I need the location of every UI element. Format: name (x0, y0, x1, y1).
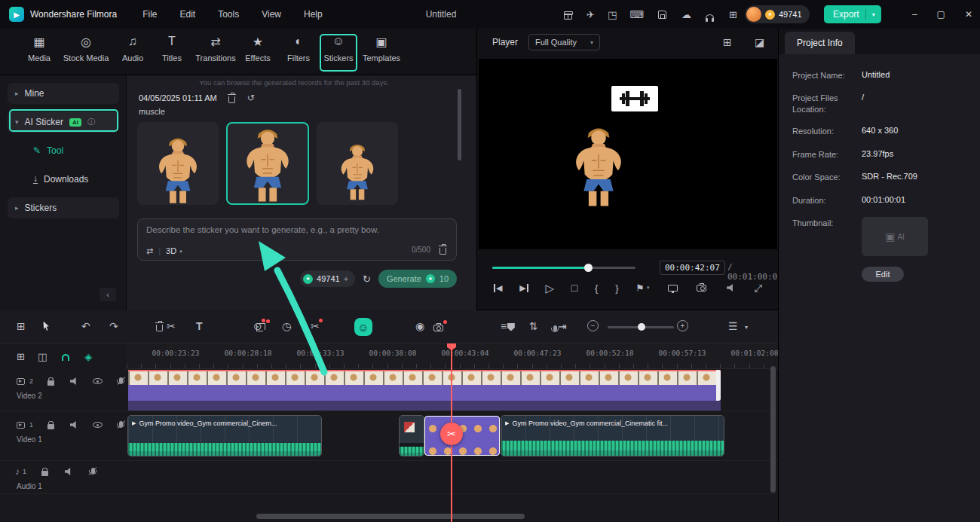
record-icon[interactable]: ◉ (415, 320, 424, 332)
play-button[interactable]: ▷ (545, 282, 554, 294)
export-button[interactable]: Export ▾ (824, 5, 881, 23)
video-clip-2[interactable] (400, 416, 424, 456)
marker-button[interactable]: ⚑ ▾ (635, 283, 649, 293)
account-coin-pill[interactable]: ★ 49741 (745, 5, 810, 23)
support-headset-icon[interactable] (704, 8, 716, 20)
tab-stock-media[interactable]: ◎Stock Media (63, 35, 109, 63)
mic-muted-icon[interactable] (115, 419, 127, 431)
audio-mixer-icon[interactable]: ≡ (501, 320, 507, 332)
tab-filters[interactable]: ◐Filters (287, 35, 310, 63)
quality-dropdown[interactable]: Full Quality ▾ (528, 34, 600, 50)
sticker-result-1[interactable] (137, 122, 219, 205)
timeline-zoom-slider[interactable] (608, 326, 674, 328)
menu-view[interactable]: View (262, 9, 281, 20)
speed-icon[interactable]: ◷ (282, 320, 291, 332)
snapshot-button[interactable] (696, 282, 708, 294)
fullscreen-button[interactable]: ⤢ (754, 283, 761, 293)
menu-tools[interactable]: Tools (218, 9, 239, 20)
ai-cut-icon[interactable]: ✂ (311, 320, 320, 332)
sticker-clip-lower[interactable] (128, 401, 721, 411)
thumbnail-preview[interactable]: ▣ AI (862, 217, 928, 256)
sidebar-collapse-button[interactable]: ‹ (100, 288, 116, 301)
select-cursor-icon[interactable] (41, 320, 53, 332)
mask-icon[interactable]: ⊙ (253, 320, 262, 332)
sidebar-item-ai-sticker[interactable]: ▾ AI Sticker AI ⓘ (8, 111, 119, 133)
tab-project-info[interactable]: Project Info (785, 32, 855, 54)
next-frame-button[interactable]: ▶ (519, 284, 528, 292)
preview-canvas[interactable] (479, 59, 777, 249)
sticker-clip-body[interactable] (128, 385, 721, 401)
track-list-caret-icon[interactable]: ▾ (745, 324, 748, 331)
current-time[interactable]: 00:00:42:07 (660, 261, 725, 275)
add-track-icon[interactable]: ⊞ (17, 352, 25, 362)
zoom-in-icon[interactable]: + (677, 320, 688, 331)
lock-icon[interactable] (38, 466, 51, 478)
menu-edit[interactable]: Edit (180, 9, 196, 20)
close-button[interactable]: ✕ (965, 9, 972, 20)
avatar[interactable] (746, 7, 761, 22)
sidebar-item-stickers[interactable]: ▸ Stickers (8, 197, 119, 218)
shield-mask-icon[interactable] (505, 321, 517, 333)
eye-icon[interactable] (92, 375, 103, 387)
refresh-record-icon[interactable]: ↺ (247, 93, 255, 102)
media-layout-icon[interactable]: ⊞ (17, 320, 26, 332)
text-tool-icon[interactable]: T (196, 320, 203, 332)
regenerate-icon[interactable]: ↻ (363, 274, 371, 284)
sidebar-item-mine[interactable]: ▸ Mine (8, 83, 119, 104)
tab-audio[interactable]: ♫Audio (122, 35, 143, 63)
mark-view-icon[interactable]: ◪ (755, 37, 764, 47)
split-icon[interactable]: ✂ (167, 320, 176, 332)
volume-button[interactable] (725, 282, 737, 294)
track-list-icon[interactable]: ☰ (728, 320, 738, 332)
edit-thumbnail-button[interactable]: Edit (862, 267, 904, 282)
results-scrollbar[interactable] (458, 89, 461, 160)
mic-muted-icon[interactable] (87, 466, 99, 478)
delete-record-icon[interactable] (226, 92, 238, 104)
info-icon[interactable]: ⓘ (87, 117, 95, 127)
lock-icon[interactable] (45, 375, 57, 387)
stop-button[interactable]: □ (571, 282, 577, 293)
clear-prompt-icon[interactable] (436, 243, 449, 255)
multi-view-icon[interactable]: ⊞ (723, 37, 732, 47)
coin-balance-button[interactable]: ★ 49741 + (300, 270, 355, 287)
eye-icon[interactable] (92, 419, 103, 431)
clip-trim-handle[interactable] (716, 370, 721, 401)
screen-record-icon[interactable]: ◳ (608, 10, 617, 20)
zoom-out-icon[interactable]: − (587, 320, 599, 331)
style-selector[interactable]: 3D ▴ (166, 246, 182, 255)
tab-stickers[interactable]: ☺Stickers (323, 35, 353, 63)
video-clip-3[interactable]: ▶Gym Promo video_Gym commercial_Cinemati… (501, 416, 724, 456)
sticker-clip-filmstrip[interactable] (128, 370, 721, 385)
export-frame-icon[interactable]: ⇥ (558, 320, 567, 332)
tab-titles[interactable]: TTitles (162, 35, 182, 63)
zoom-handle[interactable] (638, 323, 645, 331)
tab-templates[interactable]: ▣Templates (363, 35, 400, 63)
export-caret-icon[interactable]: ▾ (872, 11, 875, 18)
prompt-input[interactable]: Describe the sticker you want to generat… (137, 218, 457, 261)
undo-icon[interactable]: ↶ (81, 320, 90, 332)
snap-magnet-icon[interactable] (60, 350, 72, 362)
send-icon[interactable]: ✈ (586, 10, 595, 20)
delete-icon[interactable] (153, 320, 165, 332)
preview-dumbbell-image[interactable] (611, 86, 658, 111)
sticker-tool-active-icon[interactable]: ☺ (354, 318, 372, 336)
menu-help[interactable]: Help (304, 9, 323, 20)
tab-effects[interactable]: ★Effects (245, 35, 270, 63)
video-clip-1[interactable]: ▶Gym Promo video_Gym commercial_Cinem... (128, 416, 321, 456)
lock-icon[interactable] (45, 419, 57, 431)
sticker-result-2-selected[interactable] (226, 122, 309, 205)
sidebar-item-tool[interactable]: ✎ Tool (8, 140, 119, 161)
add-coins-icon[interactable]: + (344, 274, 348, 283)
mic-muted-icon[interactable] (115, 375, 127, 387)
workspace-icon[interactable]: ⊞ (729, 10, 737, 20)
save-icon[interactable] (657, 8, 669, 20)
timeline-horizontal-scrollbar[interactable] (256, 514, 525, 519)
preview-muscle-figure[interactable] (568, 125, 629, 208)
timeline-vertical-scrollbar[interactable] (770, 366, 776, 493)
add-camera-icon[interactable] (432, 322, 444, 334)
speaker-icon[interactable] (63, 466, 75, 478)
redo-icon[interactable]: ↷ (109, 320, 118, 332)
sidebar-item-downloads[interactable]: ↓ Downloads (8, 169, 119, 190)
generate-button[interactable]: Generate ★ 10 (378, 270, 457, 288)
render-preview-button[interactable] (666, 282, 678, 294)
